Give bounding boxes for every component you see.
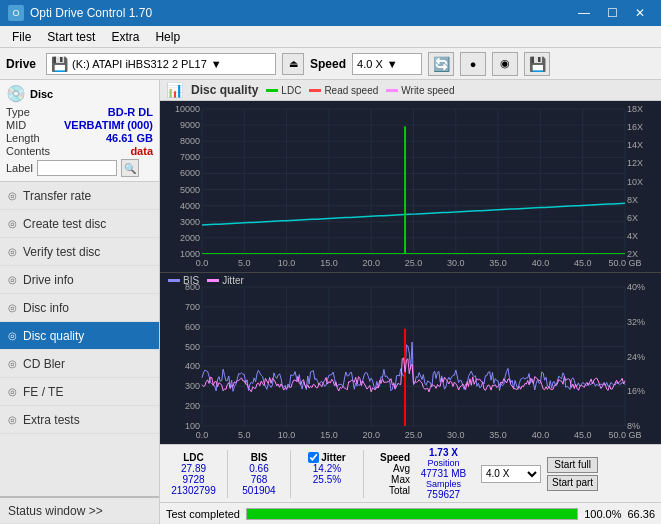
contents-label: Contents <box>6 145 50 157</box>
start-full-button[interactable]: Start full <box>547 457 598 473</box>
top-chart <box>160 101 661 273</box>
write-button[interactable]: ◉ <box>492 52 518 76</box>
bis-header: BIS <box>251 452 268 463</box>
speed-stats: 1.73 X Position 47731 MB Samples 759627 <box>416 447 471 500</box>
main-layout: 💿 Disc Type BD-R DL MID VERBATIMf (000) … <box>0 80 661 524</box>
nav-icon-transfer-rate: ◎ <box>8 190 17 201</box>
chart-title: Disc quality <box>191 83 258 97</box>
bis-stats: BIS 0.66 768 501904 <box>234 452 284 496</box>
length-label: Length <box>6 132 40 144</box>
close-button[interactable]: ✕ <box>627 3 653 23</box>
read-button[interactable]: ● <box>460 52 486 76</box>
jitter-checkbox[interactable] <box>308 452 319 463</box>
nav-icon-cd-bler: ◎ <box>8 358 17 369</box>
bis-total: 501904 <box>242 485 275 496</box>
label-field-label: Label <box>6 162 33 174</box>
position-label: Position <box>427 458 459 468</box>
drive-select[interactable]: 💾 (K:) ATAPI iHBS312 2 PL17 ▼ <box>46 53 276 75</box>
progress-bar-fill <box>247 509 577 519</box>
speed-avg: 1.73 X <box>429 447 458 458</box>
refresh-button[interactable]: 🔄 <box>428 52 454 76</box>
minimize-button[interactable]: — <box>571 3 597 23</box>
bis-max: 768 <box>251 474 268 485</box>
nav-icon-fe-te: ◎ <box>8 386 17 397</box>
nav-label-drive-info: Drive info <box>23 273 74 287</box>
speed-label: Speed <box>310 57 346 71</box>
position-value: 47731 MB <box>421 468 467 479</box>
window-controls: — ☐ ✕ <box>571 3 653 23</box>
jitter-avg: 14.2% <box>313 463 341 474</box>
nav-icon-disc-quality: ◎ <box>8 330 17 341</box>
legend-ldc: LDC <box>266 85 301 96</box>
save-button[interactable]: 💾 <box>524 52 550 76</box>
speed-select[interactable]: 4.0 X ▼ <box>352 53 422 75</box>
samples-value: 759627 <box>427 489 460 500</box>
maximize-button[interactable]: ☐ <box>599 3 625 23</box>
type-value: BD-R DL <box>108 106 153 118</box>
menu-extra[interactable]: Extra <box>103 28 147 46</box>
nav-icon-disc-info: ◎ <box>8 302 17 313</box>
title-bar: O Opti Drive Control 1.70 — ☐ ✕ <box>0 0 661 26</box>
menu-start-test[interactable]: Start test <box>39 28 103 46</box>
mid-label: MID <box>6 119 26 131</box>
menu-file[interactable]: File <box>4 28 39 46</box>
final-value: 66.36 <box>627 508 655 520</box>
ldc-max: 9728 <box>182 474 204 485</box>
legend-read: Read speed <box>309 85 378 96</box>
sidebar-item-cd-bler[interactable]: ◎CD Bler <box>0 350 159 378</box>
total-row-label: Total <box>389 485 410 496</box>
chart2-legend: BIS Jitter <box>168 275 244 286</box>
status-window-item[interactable]: Status window >> <box>0 496 159 524</box>
sidebar-item-verify-test-disc[interactable]: ◎Verify test disc <box>0 238 159 266</box>
nav-label-create-test-disc: Create test disc <box>23 217 106 231</box>
sidebar-item-disc-quality[interactable]: ◎Disc quality <box>0 322 159 350</box>
ldc-avg: 27.89 <box>181 463 206 474</box>
sidebar-item-create-test-disc[interactable]: ◎Create test disc <box>0 210 159 238</box>
menu-help[interactable]: Help <box>147 28 188 46</box>
menu-bar: File Start test Extra Help <box>0 26 661 48</box>
contents-value: data <box>130 145 153 157</box>
label-search-button[interactable]: 🔍 <box>121 159 139 177</box>
top-chart-canvas <box>160 101 661 272</box>
legend-write: Write speed <box>386 85 454 96</box>
bottom-chart: BIS Jitter <box>160 273 661 444</box>
nav-items: ◎Transfer rate◎Create test disc◎Verify t… <box>0 182 159 434</box>
jitter-total <box>326 485 329 496</box>
legend-write-label: Write speed <box>401 85 454 96</box>
nav-icon-drive-info: ◎ <box>8 274 17 285</box>
sidebar-item-extra-tests[interactable]: ◎Extra tests <box>0 406 159 434</box>
sidebar-item-fe-te[interactable]: ◎FE / TE <box>0 378 159 406</box>
bis-label: BIS <box>183 275 199 286</box>
drive-value: (K:) ATAPI iHBS312 2 PL17 <box>72 58 207 70</box>
disc-icon: 💿 <box>6 84 26 103</box>
ldc-header: LDC <box>183 452 204 463</box>
legend-ldc-label: LDC <box>281 85 301 96</box>
start-buttons: Start full Start part <box>547 457 598 491</box>
avg-row-label: Avg <box>393 463 410 474</box>
eject-button[interactable]: ⏏ <box>282 53 304 75</box>
mid-value: VERBATIMf (000) <box>64 119 153 131</box>
nav-icon-extra-tests: ◎ <box>8 414 17 425</box>
sidebar-item-drive-info[interactable]: ◎Drive info <box>0 266 159 294</box>
jitter-label: Jitter <box>222 275 244 286</box>
speed-value: 4.0 X <box>357 58 383 70</box>
legend-read-label: Read speed <box>324 85 378 96</box>
start-part-button[interactable]: Start part <box>547 475 598 491</box>
jitter-header: Jitter <box>321 452 345 463</box>
status-bar: Test completed 100.0% 66.36 <box>160 502 661 524</box>
status-text: Test completed <box>166 508 240 520</box>
speed-dropdown[interactable]: 4.0 X <box>481 465 541 483</box>
progress-bar-container <box>246 508 578 520</box>
sidebar-item-disc-info[interactable]: ◎Disc info <box>0 294 159 322</box>
nav-label-verify-test-disc: Verify test disc <box>23 245 100 259</box>
app-title: Opti Drive Control 1.70 <box>30 6 152 20</box>
speed-row-header: Speed <box>380 452 410 463</box>
ldc-total: 21302799 <box>171 485 216 496</box>
disc-info-panel: 💿 Disc Type BD-R DL MID VERBATIMf (000) … <box>0 80 159 182</box>
samples-label: Samples <box>426 479 461 489</box>
row-labels: Speed Avg Max Total <box>370 452 410 496</box>
sidebar-item-transfer-rate[interactable]: ◎Transfer rate <box>0 182 159 210</box>
content-area: 📊 Disc quality LDC Read speed Write spee… <box>160 80 661 524</box>
label-input[interactable] <box>37 160 117 176</box>
nav-icon-create-test-disc: ◎ <box>8 218 17 229</box>
